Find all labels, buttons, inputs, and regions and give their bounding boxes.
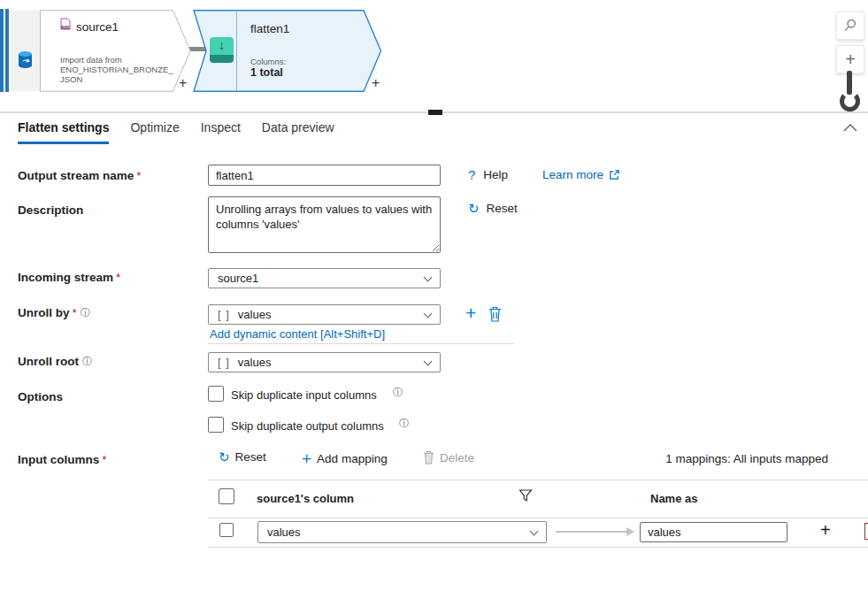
- selected-value: values: [238, 356, 272, 369]
- canvas-edge-bar: [0, 9, 4, 92]
- tab-optimize[interactable]: Optimize: [130, 120, 179, 144]
- incoming-stream-dropdown[interactable]: source1: [208, 268, 441, 288]
- row-checkbox[interactable]: [219, 523, 234, 537]
- flatten-node-title[interactable]: flatten1: [250, 22, 289, 35]
- mapping-reset-button[interactable]: ↻ Reset: [219, 450, 266, 464]
- settings-tabs: Flatten settings Optimize Inspect Data p…: [18, 120, 334, 144]
- mapping-status: 1 mappings: All inputs mapped: [563, 452, 828, 465]
- filter-icon[interactable]: [518, 489, 533, 503]
- flatten-arrow-glyph: ↓: [219, 37, 225, 53]
- label-text: Input columns: [18, 453, 99, 466]
- dataset-panel: [11, 11, 40, 91]
- label-text: Incoming stream: [18, 271, 113, 284]
- plus-icon: +: [845, 50, 856, 70]
- canvas-zoom-slider-hook[interactable]: [840, 91, 860, 111]
- canvas-edge-bar: [5, 9, 9, 92]
- label-text: Unroll by: [18, 306, 70, 319]
- selected-value: source1: [218, 272, 258, 285]
- row-trash-icon[interactable]: [864, 523, 868, 540]
- json-file-icon: JSON: [60, 18, 71, 30]
- selected-value: values: [238, 308, 272, 321]
- select-all-checkbox[interactable]: [219, 488, 234, 504]
- info-icon[interactable]: ⓘ: [396, 417, 409, 430]
- plus-icon: +: [302, 450, 311, 467]
- label-text: Options: [18, 390, 63, 403]
- collapse-panel-chevron-up-icon[interactable]: [843, 123, 857, 132]
- label-text: Output stream name: [18, 169, 134, 182]
- skip-duplicate-output-label: Skip duplicate output columns: [231, 419, 384, 433]
- help-question-icon: ?: [468, 167, 475, 182]
- chevron-down-icon: [424, 357, 433, 365]
- delete-label: Delete: [440, 451, 474, 464]
- required-asterisk: *: [70, 306, 77, 319]
- add-mapping-button[interactable]: + Add mapping: [302, 450, 388, 467]
- chevron-down-icon: [530, 526, 539, 535]
- source-column-header: source1's column: [257, 492, 354, 505]
- canvas-search-button[interactable]: [836, 12, 864, 40]
- reset-label: Reset: [235, 450, 266, 464]
- learn-more-link[interactable]: Learn more: [542, 168, 620, 181]
- reset-icon: ↻: [219, 450, 230, 464]
- required-asterisk: *: [113, 271, 120, 284]
- help-button[interactable]: ? Help: [468, 167, 508, 182]
- description-label: Description: [18, 203, 83, 217]
- dataset-database-icon: [16, 50, 35, 70]
- unroll-by-label: Unroll by*ⓘ: [18, 306, 90, 319]
- name-as-header: Name as: [650, 492, 697, 505]
- array-type-badge: [ ]: [218, 356, 230, 369]
- row-name-as-input[interactable]: [640, 522, 787, 542]
- delete-mapping-button[interactable]: Delete: [423, 450, 474, 464]
- unroll-by-add-button[interactable]: +: [465, 303, 476, 324]
- source-add-transformation-button[interactable]: +: [179, 75, 187, 91]
- divider: [208, 343, 514, 344]
- unroll-root-dropdown[interactable]: [ ] values: [208, 352, 441, 372]
- flatten-columns-label: Columns:: [250, 57, 286, 66]
- tab-data-preview[interactable]: Data preview: [262, 120, 334, 144]
- skip-duplicate-output-checkbox[interactable]: [208, 417, 224, 433]
- label-text: Unroll root: [18, 355, 79, 368]
- required-asterisk: *: [134, 169, 141, 182]
- description-textarea[interactable]: Unrolling arrays from values to values w…: [208, 196, 441, 253]
- tab-inspect[interactable]: Inspect: [201, 120, 241, 144]
- skip-duplicate-input-label: Skip duplicate input columns: [231, 388, 377, 402]
- learn-more-label: Learn more: [542, 168, 603, 181]
- source-node-title[interactable]: source1: [76, 20, 119, 34]
- row-source-column-dropdown[interactable]: values: [257, 521, 547, 543]
- reset-button[interactable]: ↻ Reset: [468, 202, 518, 215]
- output-stream-name-label: Output stream name*: [18, 169, 142, 182]
- info-icon[interactable]: ⓘ: [77, 307, 90, 318]
- add-dynamic-content-link[interactable]: Add dynamic content [Alt+Shift+D]: [210, 327, 385, 341]
- divider: [208, 518, 868, 518]
- svg-text:JSON: JSON: [62, 26, 71, 29]
- output-stream-name-input[interactable]: [208, 165, 441, 186]
- incoming-stream-label: Incoming stream*: [18, 271, 120, 284]
- required-asterisk: *: [99, 453, 106, 466]
- canvas-zoom-in-button[interactable]: +: [836, 45, 864, 73]
- row-add-button[interactable]: +: [820, 520, 831, 541]
- unroll-root-label: Unroll rootⓘ: [18, 355, 92, 368]
- reset-icon: ↻: [468, 202, 480, 215]
- mapping-arrow-head: [626, 527, 634, 536]
- help-label: Help: [483, 168, 508, 181]
- selected-value: values: [267, 526, 301, 539]
- tab-flatten-settings[interactable]: Flatten settings: [18, 120, 109, 144]
- source-node-description: Import data from ENO_HISTORIAN_BRONZE_JS…: [60, 55, 177, 84]
- panel-splitter-drag-handle[interactable]: [428, 110, 442, 115]
- array-type-badge: [ ]: [218, 308, 230, 321]
- flatten-add-transformation-button[interactable]: +: [372, 75, 380, 91]
- chevron-down-icon: [424, 272, 433, 281]
- add-mapping-label: Add mapping: [317, 452, 388, 465]
- mapping-arrow: [556, 531, 626, 533]
- plus-icon: +: [820, 520, 831, 540]
- flatten-transformation-icon: ↓: [210, 37, 234, 63]
- info-icon[interactable]: ⓘ: [79, 356, 92, 366]
- unroll-by-dropdown[interactable]: [ ] values: [208, 304, 441, 325]
- unroll-by-delete-trash-icon[interactable]: [488, 306, 502, 322]
- info-icon[interactable]: ⓘ: [389, 386, 403, 399]
- dataflow-editor: JSON source1 Import data from ENO_HISTOR…: [0, 0, 868, 614]
- divider: [208, 480, 868, 480]
- external-link-icon: [609, 169, 620, 180]
- skip-duplicate-input-checkbox[interactable]: [208, 386, 224, 402]
- chevron-down-icon: [424, 309, 433, 318]
- trash-icon: [423, 450, 434, 464]
